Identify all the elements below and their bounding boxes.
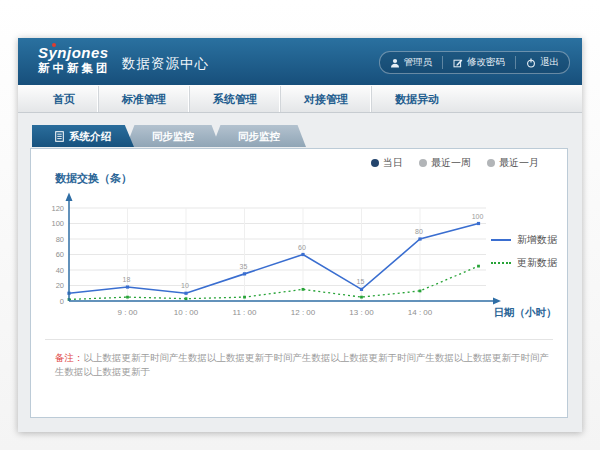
- logo-wordmark: Synjones: [38, 44, 111, 61]
- logo-company-name: 新中新集团: [38, 61, 111, 75]
- radio-last-week[interactable]: 最近一周: [419, 156, 471, 170]
- svg-text:9 : 00: 9 : 00: [117, 308, 138, 317]
- logo: Synjones 新中新集团: [38, 44, 111, 75]
- legend-dotted-line-swatch: [491, 262, 511, 264]
- legend-solid-line-swatch: [491, 239, 511, 241]
- tab-label: 系统介绍: [69, 125, 111, 147]
- radio-today[interactable]: 当日: [371, 156, 403, 170]
- svg-text:80: 80: [415, 228, 423, 235]
- radio-unselected-icon: [487, 159, 495, 167]
- svg-text:35: 35: [240, 263, 248, 270]
- svg-text:15: 15: [357, 278, 365, 285]
- tab-system-intro[interactable]: 系统介绍: [32, 125, 134, 147]
- app-window: Synjones 新中新集团 数据资源中心 管理员 修改密码 退出: [18, 38, 582, 432]
- user-icon: [390, 58, 400, 68]
- nav-item-interface-mgmt[interactable]: 对接管理: [280, 86, 371, 112]
- svg-text:13 : 00: 13 : 00: [349, 308, 374, 317]
- nav-item-home[interactable]: 首页: [30, 86, 98, 112]
- legend-item-updated-data: 更新数据: [491, 256, 557, 270]
- user-menu: 管理员 修改密码 退出: [379, 51, 571, 74]
- tab-bar: 系统介绍 同步监控 同步监控: [32, 125, 306, 147]
- divider: [45, 339, 553, 340]
- main-nav: 首页 标准管理 系统管理 对接管理 数据异动: [18, 85, 582, 113]
- svg-text:60: 60: [298, 244, 306, 251]
- legend-item-new-data: 新增数据: [491, 233, 557, 247]
- line-chart: 0204060801001209 : 0010 : 0011 : 0012 : …: [31, 189, 567, 331]
- radio-selected-icon: [371, 159, 379, 167]
- svg-text:60: 60: [56, 250, 64, 259]
- svg-text:40: 40: [56, 266, 64, 275]
- svg-text:日期（小时）: 日期（小时）: [494, 306, 557, 319]
- svg-text:80: 80: [56, 235, 64, 244]
- radio-last-month[interactable]: 最近一月: [487, 156, 539, 170]
- chart-panel: 当日 最近一周 最近一月 数据交换（条） 0204060801001209 : …: [30, 148, 568, 418]
- footnote: 备注：以上数据更新于时间产生数据以上数据更新于时间产生数据以上数据更新于时间产生…: [55, 351, 555, 379]
- svg-text:11 : 00: 11 : 00: [233, 308, 257, 317]
- chart-legend: 新增数据 更新数据: [491, 233, 557, 270]
- tab-sync-monitor-1[interactable]: 同步监控: [126, 125, 220, 147]
- nav-item-standard-mgmt[interactable]: 标准管理: [98, 86, 189, 112]
- page-background: Synjones 新中新集团 数据资源中心 管理员 修改密码 退出: [0, 0, 600, 450]
- document-icon: [55, 131, 64, 142]
- svg-text:20: 20: [56, 281, 64, 290]
- time-range-selector: 当日 最近一周 最近一月: [371, 156, 539, 170]
- logout-label: 退出: [540, 56, 559, 69]
- svg-text:18: 18: [123, 276, 131, 283]
- legend-label: 新增数据: [517, 233, 557, 247]
- svg-text:10: 10: [181, 282, 189, 289]
- tab-sync-monitor-2[interactable]: 同步监控: [212, 125, 306, 147]
- radio-unselected-icon: [419, 159, 427, 167]
- svg-text:14 : 00: 14 : 00: [408, 308, 433, 317]
- content-area: 系统介绍 同步监控 同步监控 当日 最近一周: [18, 113, 582, 432]
- radio-today-label: 当日: [383, 156, 403, 170]
- svg-text:10 : 00: 10 : 00: [174, 308, 199, 317]
- nav-item-data-change[interactable]: 数据异动: [371, 86, 462, 112]
- logo-red-dot-icon: [52, 43, 56, 47]
- app-header: Synjones 新中新集团 数据资源中心 管理员 修改密码 退出: [18, 38, 582, 85]
- svg-text:12 : 00: 12 : 00: [291, 308, 316, 317]
- svg-text:120: 120: [51, 204, 64, 213]
- legend-label: 更新数据: [517, 256, 557, 270]
- radio-last-month-label: 最近一月: [499, 156, 539, 170]
- svg-text:100: 100: [472, 213, 484, 220]
- page-title: 数据资源中心: [122, 55, 209, 73]
- y-axis-title: 数据交换（条）: [55, 171, 132, 186]
- logout-button[interactable]: 退出: [515, 56, 569, 69]
- svg-text:0: 0: [60, 297, 64, 306]
- radio-last-week-label: 最近一周: [431, 156, 471, 170]
- footnote-label: 备注：: [55, 352, 84, 363]
- nav-item-system-mgmt[interactable]: 系统管理: [189, 86, 280, 112]
- power-icon: [526, 58, 536, 68]
- edit-icon: [453, 58, 463, 68]
- user-account-button[interactable]: 管理员: [380, 56, 443, 69]
- footnote-text: 以上数据更新于时间产生数据以上数据更新于时间产生数据以上数据更新于时间产生数据以…: [55, 352, 549, 377]
- change-password-label: 修改密码: [467, 56, 505, 69]
- svg-text:100: 100: [51, 219, 64, 228]
- change-password-button[interactable]: 修改密码: [442, 56, 515, 69]
- user-account-label: 管理员: [404, 56, 433, 69]
